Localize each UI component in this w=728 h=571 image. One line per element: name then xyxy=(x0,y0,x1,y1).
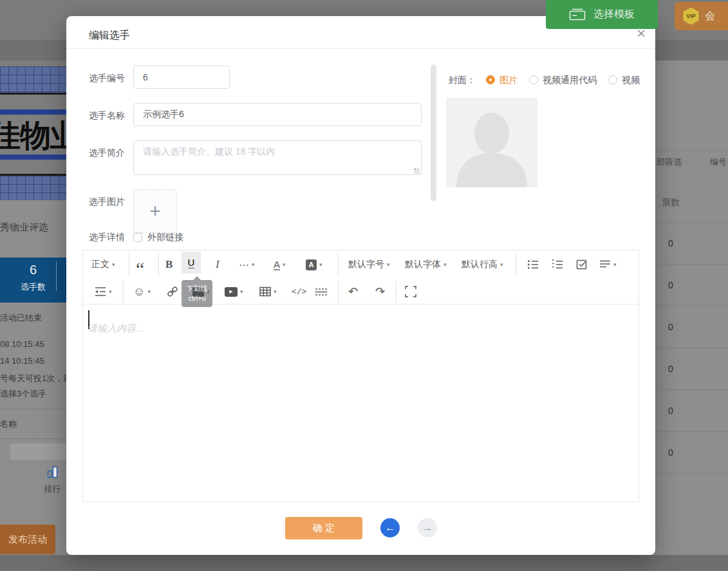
votes-column-header: 票数 xyxy=(662,197,680,209)
bold-button[interactable]: B xyxy=(165,256,173,274)
number-input[interactable] xyxy=(133,66,230,89)
name-input[interactable] xyxy=(133,103,422,126)
more-formats-dropdown[interactable]: ⋯ ▾ xyxy=(239,256,255,274)
code-icon: </> xyxy=(292,287,306,297)
chevron-down-icon: ▾ xyxy=(500,261,503,268)
undo-button[interactable]: ↶ xyxy=(348,283,358,301)
redo-button[interactable]: ↷ xyxy=(375,283,385,301)
vote-rule-text: 号每天可投1次，最 xyxy=(0,373,66,384)
activity-title-text: 秀物业评选 xyxy=(0,221,66,234)
votes-cell: 0 xyxy=(668,447,687,458)
quote-icon: “ xyxy=(136,266,144,272)
form-scrollbar[interactable] xyxy=(431,64,436,201)
activity-status-text: 活动已结束 xyxy=(0,312,66,324)
chevron-down-icon: ▾ xyxy=(319,261,322,268)
align-dropdown[interactable]: ▾ xyxy=(599,256,617,274)
filter-dropdown[interactable]: 部筛选 ∨ xyxy=(657,156,689,168)
banner-title: 佳物业 xyxy=(0,117,66,154)
align-icon xyxy=(599,259,611,270)
banner-spacer xyxy=(0,61,66,66)
divider xyxy=(655,150,728,151)
previous-button[interactable]: ← xyxy=(380,518,400,538)
horizontal-rule-button[interactable] xyxy=(315,283,328,301)
chevron-down-icon: ▾ xyxy=(109,288,112,295)
cover-video-code-radio[interactable] xyxy=(529,75,538,84)
emoji-dropdown[interactable]: ☺ ▾ xyxy=(133,283,151,301)
banner-blue-stripe xyxy=(0,109,66,115)
fullscreen-button[interactable] xyxy=(405,283,416,301)
table-left-border xyxy=(655,150,656,483)
cover-preview xyxy=(446,98,537,187)
banner-gray-band xyxy=(0,95,66,109)
title-divider xyxy=(66,48,655,49)
resize-handle-icon[interactable] xyxy=(414,168,420,174)
link-button[interactable] xyxy=(167,283,178,301)
votes-cell: 0 xyxy=(668,322,687,332)
italic-button[interactable]: I xyxy=(216,256,219,274)
intro-textarea[interactable] xyxy=(133,140,422,175)
modal-title: 编辑选手 xyxy=(89,29,130,42)
emoji-icon: ☺ xyxy=(133,285,145,299)
editor-placeholder: 请输入内容... xyxy=(88,323,144,335)
next-button[interactable]: → xyxy=(418,518,437,538)
redo-icon: ↷ xyxy=(375,285,385,299)
cover-video-radio[interactable] xyxy=(608,75,617,84)
bullet-list-button[interactable] xyxy=(527,256,539,274)
task-list-icon xyxy=(576,259,588,270)
paragraph-style-label: 正文 xyxy=(91,259,109,270)
vip-member-button[interactable]: VIP 会 xyxy=(675,2,728,30)
video-insert-dropdown[interactable]: ▶ ▾ xyxy=(225,283,243,301)
paragraph-style-dropdown[interactable]: 正文 ▾ xyxy=(91,256,115,274)
font-size-dropdown[interactable]: 默认字号 ▾ xyxy=(348,256,390,274)
toolbar-divider xyxy=(338,253,339,276)
row-divider xyxy=(655,264,728,265)
task-list-button[interactable] xyxy=(576,256,588,274)
cover-video-code-radio-label[interactable]: 视频通用代码 xyxy=(543,75,597,85)
editor-content-area[interactable]: 请输入内容... xyxy=(83,305,639,501)
vip-member-label: 会 xyxy=(705,10,715,23)
code-button[interactable]: </> xyxy=(292,283,306,301)
filter-label: 部筛选 xyxy=(657,157,682,167)
ranking-bars-icon xyxy=(46,465,60,479)
row-divider xyxy=(655,389,728,390)
choose-template-label: 选择模板 xyxy=(593,8,635,21)
blockquote-button[interactable]: “ xyxy=(136,256,144,274)
edit-contestant-modal: 编辑选手 × 选手编号 选手名称 选手简介 选手图片 + 选手详情 外部链接 封… xyxy=(66,16,655,555)
video-icon: ▶ xyxy=(225,287,238,297)
confirm-button[interactable]: 确 定 xyxy=(285,517,362,539)
fullscreen-icon xyxy=(405,286,416,297)
publish-activity-button[interactable]: 发布活动 xyxy=(0,525,55,554)
cover-image-radio[interactable] xyxy=(486,75,495,84)
underline-button[interactable]: U xyxy=(182,252,201,274)
font-color-dropdown[interactable]: A ▾ xyxy=(274,256,286,274)
line-height-dropdown[interactable]: 默认行高 ▾ xyxy=(462,256,503,274)
ranking-nav-item[interactable]: 排行 xyxy=(39,465,66,495)
detail-field-label: 选手详情 xyxy=(89,232,125,243)
chevron-down-icon: ∨ xyxy=(684,158,689,166)
line-height-label: 默认行高 xyxy=(462,259,498,270)
image-field-label: 选手图片 xyxy=(89,196,125,208)
indent-dropdown[interactable]: ▾ xyxy=(95,283,112,301)
image-upload-button[interactable]: + xyxy=(133,189,177,233)
row-divider xyxy=(655,473,728,474)
table-dropdown[interactable]: ▾ xyxy=(259,283,277,301)
highlight-color-dropdown[interactable]: A ▾ xyxy=(306,256,322,274)
external-link-label[interactable]: 外部链接 xyxy=(147,232,183,243)
table-icon xyxy=(259,286,271,297)
cover-video-radio-label[interactable]: 视频 xyxy=(622,75,640,85)
choose-template-button[interactable]: 选择模板 xyxy=(546,0,658,29)
divider xyxy=(655,222,728,223)
external-link-checkbox[interactable] xyxy=(133,233,142,242)
cover-image-radio-label[interactable]: 图片 xyxy=(499,75,518,85)
person-silhouette-icon xyxy=(446,98,537,187)
template-icon xyxy=(569,8,586,21)
underline-tooltip: 下划线 ctrl+u xyxy=(182,280,212,307)
ordered-list-icon xyxy=(552,259,563,270)
link-icon xyxy=(167,286,178,297)
ordered-list-button[interactable] xyxy=(552,256,563,274)
chevron-down-icon: ▾ xyxy=(147,288,151,295)
background-footer-band xyxy=(0,555,728,571)
search-input[interactable] xyxy=(10,444,66,460)
name-column-header: 名称 xyxy=(0,418,66,430)
font-family-dropdown[interactable]: 默认字体 ▾ xyxy=(405,256,447,274)
